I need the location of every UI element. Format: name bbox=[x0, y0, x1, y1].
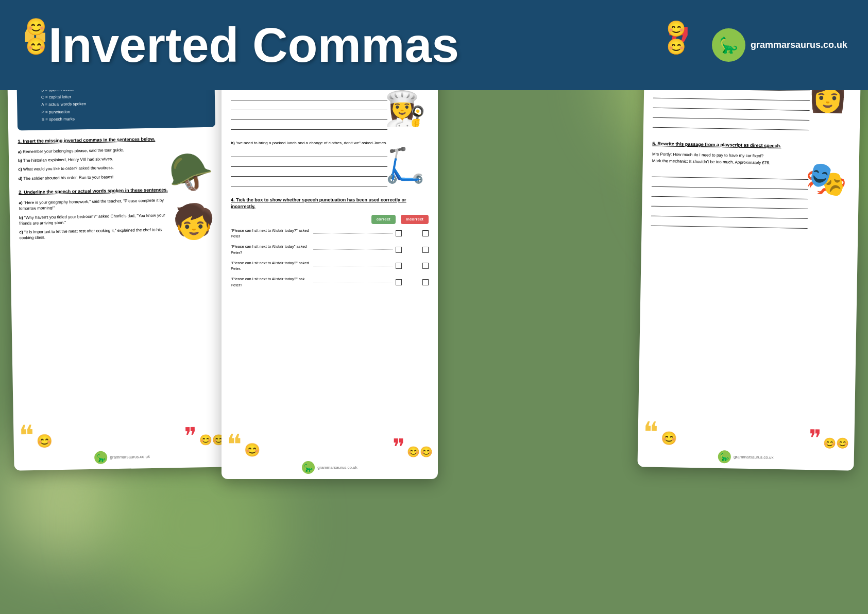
incorrect-button[interactable]: incorrect bbox=[401, 215, 429, 224]
s2-item-a: a) "Here is your geography homework," sa… bbox=[19, 197, 175, 212]
line5 bbox=[653, 120, 809, 130]
section5b-container: 5. Rewrite this passage from a playscrip… bbox=[651, 140, 850, 229]
line2 bbox=[652, 179, 808, 189]
header-right-quote: ❞ 😊😊 bbox=[667, 22, 691, 69]
checkbox-group-2 bbox=[396, 247, 429, 253]
checkbox-row-2: "Please can I sit next to Alistair today… bbox=[231, 243, 429, 257]
line2 bbox=[231, 103, 387, 110]
ws-middle-body: 3. Identify the mistakes in the punctuat… bbox=[222, 54, 438, 302]
line3 bbox=[652, 189, 808, 199]
section3b-container: b) "we need to bring a packed lunch and … bbox=[231, 140, 429, 186]
footer-logo-right: 🦕 bbox=[718, 450, 731, 463]
line1 bbox=[231, 150, 387, 157]
incorrect-checkbox-3[interactable] bbox=[422, 263, 429, 269]
chef-girl-character: 👩‍🍳 bbox=[384, 83, 426, 134]
header-logo: 🦕 grammarsaurus.co.uk bbox=[712, 28, 847, 62]
logo-icon: 🦕 bbox=[712, 28, 745, 62]
incorrect-checkbox-4[interactable] bbox=[422, 279, 429, 285]
correct-checkbox-2[interactable] bbox=[396, 247, 402, 253]
s1-item-a: a) Remember your belongings please, said… bbox=[18, 146, 175, 155]
section4-header: 4. Tick the box to show whether speech p… bbox=[231, 197, 429, 211]
bottom-right-quote: ❞ 😊😊 bbox=[184, 421, 225, 449]
line4 bbox=[651, 199, 808, 209]
footer-text-mid: grammarsaurus.co.uk bbox=[317, 465, 357, 470]
line4 bbox=[231, 179, 387, 186]
footer-text-right: grammarsaurus.co.uk bbox=[734, 455, 774, 460]
incorrect-checkbox-1[interactable] bbox=[422, 230, 429, 236]
line6 bbox=[651, 218, 808, 228]
ws-middle-bottom-decor: ❝ 😊 ❞ 😊😊 bbox=[222, 428, 438, 461]
s1-item-b: b) The historian explained, Henry VIII h… bbox=[18, 155, 175, 163]
ws-right-bottom-decor: ❝ 😊 ❞ 😊😊 bbox=[638, 416, 855, 452]
correct-button[interactable]: correct bbox=[371, 215, 396, 224]
ws-left-bottom-decor: ❝ 😊 ❞ 😊😊 bbox=[13, 416, 230, 452]
correct-checkbox-4[interactable] bbox=[396, 279, 402, 285]
section2-container: 2. Underline the speech or actual words … bbox=[19, 185, 217, 241]
s2-item-c: c) "It is important to let the meat rest… bbox=[19, 227, 176, 241]
dots-3 bbox=[313, 266, 393, 266]
line3 bbox=[231, 113, 387, 120]
checkbox-row-3: "Please can I sit next to Alistair today… bbox=[231, 259, 429, 273]
section5b-title: 5. Rewrite this passage from a playscrip… bbox=[652, 141, 781, 148]
checkbox-label-1: "Please can I sit next to Alistair today… bbox=[231, 228, 311, 240]
theatre-character: 🎭 bbox=[805, 154, 847, 204]
dots-2 bbox=[313, 249, 393, 250]
section2-title: 2. Underline the speech or actual words … bbox=[19, 187, 168, 195]
section1-header: 1. Insert the missing inverted commas in… bbox=[18, 134, 215, 145]
header-left-quote: ❝ 😊😊 bbox=[21, 20, 48, 71]
line4 bbox=[231, 123, 387, 130]
line2 bbox=[653, 91, 810, 100]
page-title: Inverted Commas bbox=[48, 17, 656, 73]
bottom-right-quote-right: ❞ 😊😊 bbox=[809, 424, 849, 452]
bottom-right-quote-mid: ❞ 😊😊 bbox=[393, 434, 433, 461]
bottom-left-quote: ❝ 😊 bbox=[19, 419, 53, 452]
checkbox-label-2: "Please can I sit next to Alistair today… bbox=[231, 244, 311, 255]
checkbox-label-3: "Please can I sit next to Alistair today… bbox=[231, 260, 311, 272]
worksheet-middle: Inverted Commas 3. Identify the mistakes… bbox=[222, 31, 438, 479]
line3 bbox=[653, 100, 810, 110]
correct-incorrect-header: correct incorrect bbox=[231, 215, 429, 224]
section4-title: 4. Tick the box to show whether speech p… bbox=[231, 197, 406, 210]
section1-title: 1. Insert the missing inverted commas in… bbox=[18, 136, 155, 144]
section2-header: 2. Underline the speech or actual words … bbox=[19, 185, 216, 196]
checkbox-group-3 bbox=[396, 263, 429, 269]
section3a-container: a) How much flour do I need to make this… bbox=[231, 83, 429, 130]
s2-item-b: b) "Why haven't you tidied your bedroom?… bbox=[19, 212, 176, 227]
header-emoji-left: 😊😊 bbox=[26, 17, 48, 56]
boy-scooter-character: 🛴 bbox=[384, 140, 426, 191]
line3 bbox=[231, 169, 387, 177]
bottom-left-quote-mid: ❝ 😊 bbox=[227, 428, 260, 461]
incorrect-checkbox-2[interactable] bbox=[422, 247, 429, 253]
s1-item-d: d) The soldier shouted his order, Run to… bbox=[19, 173, 175, 181]
correct-checkbox-3[interactable] bbox=[396, 263, 402, 269]
page-header: ❝ 😊😊 Inverted Commas ❞ 😊😊 🦕 grammarsauru… bbox=[0, 0, 868, 90]
checkbox-row-4: "Please can I sit next to Alistair today… bbox=[231, 275, 429, 289]
logo-text: grammarsaurus.co.uk bbox=[751, 40, 847, 50]
line1 bbox=[652, 169, 808, 179]
footer-logo: 🦕 bbox=[94, 451, 107, 464]
footer-text: grammarsaurus.co.uk bbox=[110, 454, 150, 459]
ws-middle-footer: 🦕 grammarsaurus.co.uk bbox=[222, 461, 438, 474]
checkbox-group-4 bbox=[396, 279, 429, 285]
section4-container: 4. Tick the box to show whether speech p… bbox=[231, 197, 429, 289]
line1 bbox=[231, 93, 387, 100]
checkbox-label-4: "Please can I sit next to Alistair today… bbox=[231, 276, 311, 288]
section1-container: 1. Insert the missing inverted commas in… bbox=[18, 134, 216, 181]
dots-4 bbox=[313, 282, 393, 282]
checkbox-group-1 bbox=[396, 230, 429, 236]
checkbox-row-1: "Please can I sit next to Alistair today… bbox=[231, 227, 429, 241]
correct-checkbox-1[interactable] bbox=[396, 230, 402, 236]
boy-character: 🧒 bbox=[172, 196, 215, 247]
line4 bbox=[653, 110, 809, 120]
line2 bbox=[231, 160, 387, 167]
line5 bbox=[651, 209, 808, 218]
s1-item-c: c) What would you like to order? asked t… bbox=[18, 164, 175, 172]
header-emoji-right: 😊😊 bbox=[667, 20, 687, 56]
dots-1 bbox=[313, 233, 393, 234]
bottom-left-quote-right: ❝ 😊 bbox=[643, 416, 677, 449]
section5b-header: 5. Rewrite this passage from a playscrip… bbox=[652, 140, 850, 150]
footer-logo-mid: 🦕 bbox=[302, 461, 315, 474]
